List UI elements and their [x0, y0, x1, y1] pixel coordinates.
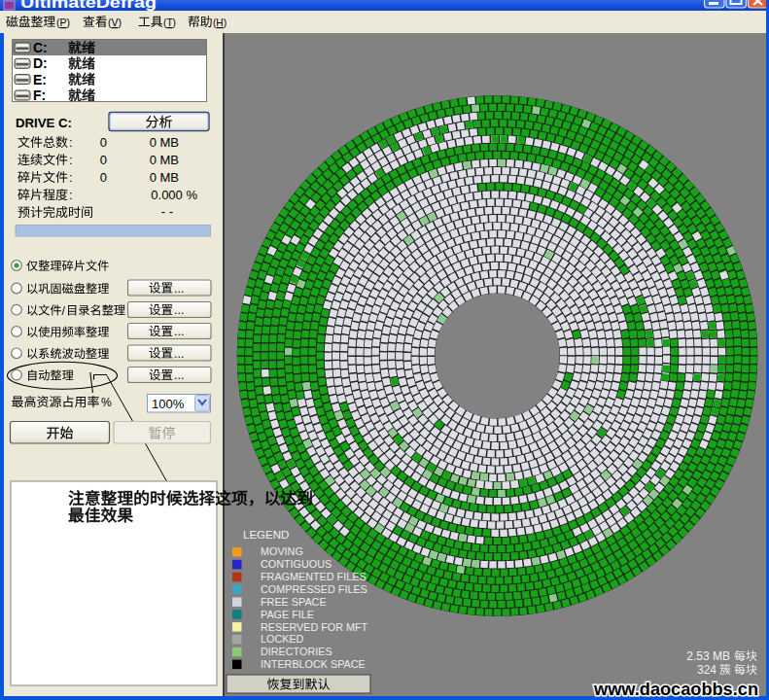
svg-text:COMPRESSED FILES: COMPRESSED FILES	[261, 583, 367, 595]
svg-text:FREE SPACE: FREE SPACE	[261, 596, 327, 608]
svg-text::: :	[69, 153, 73, 167]
svg-text:0 MB: 0 MB	[150, 170, 179, 185]
svg-text:0: 0	[100, 135, 107, 150]
svg-text:C:: C:	[33, 40, 48, 55]
svg-text::: :	[69, 188, 73, 202]
svg-text:100%: 100%	[152, 397, 185, 411]
svg-text:...: ...	[174, 347, 184, 361]
svg-text:0: 0	[100, 153, 107, 167]
svg-text:D:: D:	[33, 55, 48, 71]
svg-text:%: %	[101, 396, 112, 409]
svg-text::: :	[69, 170, 73, 185]
svg-text:LOCKED: LOCKED	[261, 633, 304, 645]
svg-text:MOVING: MOVING	[261, 545, 303, 557]
svg-text:F:: F:	[33, 88, 46, 103]
svg-text:CONTIGUOUS: CONTIGUOUS	[261, 558, 332, 570]
svg-text:DIRECTORIES: DIRECTORIES	[261, 646, 332, 657]
svg-text:...: ...	[174, 303, 184, 317]
svg-text:(P): (P)	[56, 17, 70, 28]
svg-text:UltimateDefrag: UltimateDefrag	[20, 0, 157, 11]
svg-text:2.53 MB: 2.53 MB	[686, 649, 730, 663]
svg-text:...: ...	[174, 368, 184, 382]
svg-text::: :	[69, 135, 73, 150]
svg-text:0.000 %: 0.000 %	[151, 188, 197, 202]
svg-text:324: 324	[697, 663, 717, 677]
svg-text:...: ...	[174, 282, 184, 296]
svg-text:0 MB: 0 MB	[150, 135, 179, 150]
svg-text:(V): (V)	[108, 17, 122, 28]
svg-text:0: 0	[100, 170, 107, 185]
svg-text:RESERVED FOR MFT: RESERVED FOR MFT	[261, 621, 368, 633]
svg-text:E:: E:	[33, 72, 47, 88]
svg-text:www.daocaobbs.cn: www.daocaobbs.cn	[593, 680, 758, 699]
svg-text:- -: - -	[161, 204, 173, 219]
svg-text:...: ...	[174, 325, 184, 338]
svg-text:(H): (H)	[213, 17, 227, 28]
svg-text:(T): (T)	[163, 17, 176, 28]
svg-text:DRIVE C:: DRIVE C:	[16, 116, 72, 130]
svg-text:0 MB: 0 MB	[150, 153, 179, 167]
svg-text:FRAGMENTED FILES: FRAGMENTED FILES	[261, 571, 367, 582]
svg-text:INTERBLOCK SPACE: INTERBLOCK SPACE	[261, 658, 366, 670]
svg-text:LEGEND: LEGEND	[243, 529, 289, 541]
svg-text:PAGE FILE: PAGE FILE	[261, 609, 314, 620]
